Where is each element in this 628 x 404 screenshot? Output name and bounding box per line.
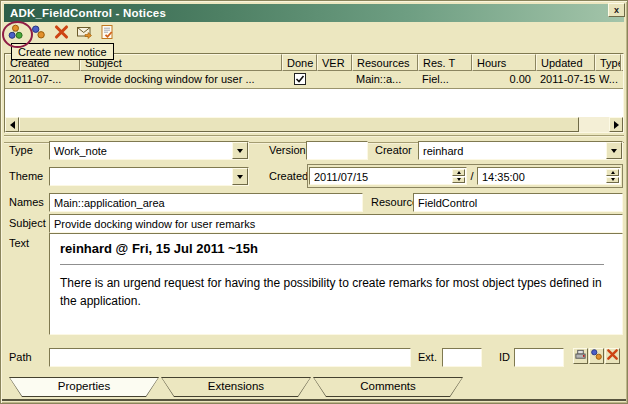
version-label: Version xyxy=(269,144,306,156)
spin-up-button[interactable] xyxy=(606,169,619,176)
created-label: Created xyxy=(269,170,308,182)
created-time-value: 14:35:00 xyxy=(478,168,605,184)
printer-icon xyxy=(574,348,587,364)
close-icon: x xyxy=(614,6,619,15)
spin-down-button[interactable] xyxy=(452,177,465,184)
type-value: Work_note xyxy=(50,142,232,159)
theme-dropdown-button[interactable] xyxy=(232,168,248,185)
delete-link-icon xyxy=(606,348,619,364)
tab-properties[interactable]: Properties xyxy=(9,377,159,397)
created-date-value: 2011/07/15 xyxy=(310,168,451,184)
cell-done[interactable] xyxy=(282,71,317,88)
subject-label: Subject xyxy=(9,217,46,229)
created-datetime-group: 2011/07/15 / 14:35:00 xyxy=(307,164,623,188)
names-label: Names xyxy=(9,196,44,208)
tab-extensions-label: Extensions xyxy=(161,380,311,392)
id-label: ID xyxy=(499,351,510,363)
text-divider xyxy=(60,264,604,265)
arrow-left-icon xyxy=(10,121,15,129)
cell-hours: 0.00 xyxy=(472,71,536,88)
column-header-res-t[interactable]: Res. T xyxy=(418,54,472,71)
theme-combobox[interactable] xyxy=(49,167,249,186)
cell-ver xyxy=(317,71,352,88)
delete-notice-icon xyxy=(53,24,70,42)
send-notice-icon xyxy=(76,24,93,42)
scroll-left-button[interactable] xyxy=(5,117,19,132)
delete-link-button[interactable] xyxy=(605,348,620,364)
version-field[interactable] xyxy=(306,141,368,160)
clone-notice-button[interactable] xyxy=(29,24,47,42)
notices-table: Created Subject Done VER Resources Res. … xyxy=(4,53,624,133)
type-combobox[interactable]: Work_note xyxy=(49,141,249,160)
tab-properties-label: Properties xyxy=(9,380,159,392)
ext-label: Ext. xyxy=(418,351,437,363)
new-notice-button[interactable] xyxy=(6,24,24,42)
column-header-ver[interactable]: VER xyxy=(317,54,352,71)
window-title: ADK_FieldControl - Notices xyxy=(10,7,166,19)
text-entry-body: There is an urgend request for having th… xyxy=(60,274,604,310)
type-dropdown-button[interactable] xyxy=(232,142,248,159)
date-time-separator: / xyxy=(467,170,477,182)
cell-updated: 2011-07-15 xyxy=(536,71,595,88)
id-field[interactable] xyxy=(514,348,564,367)
delete-notice-button[interactable] xyxy=(52,24,70,42)
path-label: Path xyxy=(9,351,32,363)
creator-dropdown-button[interactable] xyxy=(606,142,622,159)
date-spin-buttons[interactable] xyxy=(452,169,465,183)
column-header-type[interactable]: Type xyxy=(595,54,621,71)
clone-notice-icon xyxy=(30,24,47,42)
resource-field[interactable] xyxy=(413,193,623,212)
horizontal-scrollbar[interactable] xyxy=(5,117,623,132)
column-header-updated[interactable]: Updated xyxy=(536,54,595,71)
theme-value xyxy=(50,168,232,185)
text-entry-header: reinhard @ Fri, 15 Jul 2011 ~15h xyxy=(60,241,604,256)
chevron-down-icon xyxy=(611,149,617,153)
arrow-down-icon xyxy=(611,178,615,181)
spin-down-button[interactable] xyxy=(606,177,619,184)
table-row[interactable]: 2011-07-... Provide docking window for u… xyxy=(5,71,623,89)
title-bar[interactable]: ADK_FieldControl - Notices xyxy=(4,4,624,22)
path-field[interactable] xyxy=(49,348,411,367)
cell-type: W... xyxy=(595,71,621,88)
text-label: Text xyxy=(9,237,29,249)
arrow-right-icon xyxy=(614,121,619,129)
spin-up-button[interactable] xyxy=(452,169,465,176)
column-header-resources[interactable]: Resources xyxy=(352,54,418,71)
subject-field[interactable] xyxy=(49,214,623,233)
print-button[interactable] xyxy=(573,348,588,364)
arrow-down-icon xyxy=(457,178,461,181)
link-notice-button[interactable] xyxy=(589,348,604,364)
scroll-right-button[interactable] xyxy=(609,117,623,132)
created-date-spinner[interactable]: 2011/07/15 xyxy=(309,167,467,185)
cell-res-t: Fiel... xyxy=(418,71,472,88)
close-button[interactable]: x xyxy=(608,3,625,17)
tab-comments[interactable]: Comments xyxy=(313,377,463,397)
notices-window: ADK_FieldControl - Notices x xyxy=(0,0,628,404)
tab-comments-label: Comments xyxy=(313,380,463,392)
created-time-spinner[interactable]: 14:35:00 xyxy=(477,167,621,185)
chevron-down-icon xyxy=(237,149,243,153)
column-header-hours[interactable]: Hours xyxy=(472,54,536,71)
column-header-extra xyxy=(621,54,624,71)
creator-combobox[interactable]: reinhard xyxy=(418,141,623,160)
arrow-up-icon xyxy=(611,171,615,174)
edit-notice-button[interactable] xyxy=(98,24,116,42)
edit-notice-icon xyxy=(99,24,116,42)
scrollbar-track[interactable] xyxy=(579,117,609,132)
creator-label: Creator xyxy=(375,144,412,156)
names-field[interactable] xyxy=(49,193,363,212)
send-notice-button[interactable] xyxy=(75,24,93,42)
checkbox-done-checked[interactable] xyxy=(294,73,306,87)
tab-extensions[interactable]: Extensions xyxy=(161,377,311,397)
ext-field[interactable] xyxy=(442,348,482,367)
text-editor[interactable]: reinhard @ Fri, 15 Jul 2011 ~15h There i… xyxy=(49,233,623,335)
time-spin-buttons[interactable] xyxy=(606,169,619,183)
chevron-down-icon xyxy=(237,175,243,179)
scrollbar-thumb[interactable] xyxy=(19,117,579,132)
cell-extra xyxy=(621,71,624,88)
column-header-done[interactable]: Done xyxy=(282,54,317,71)
new-notice-icon xyxy=(7,24,24,42)
resource-label: Resource xyxy=(371,196,418,208)
creator-value: reinhard xyxy=(419,142,606,159)
cell-resources: Main::a... xyxy=(352,71,418,88)
